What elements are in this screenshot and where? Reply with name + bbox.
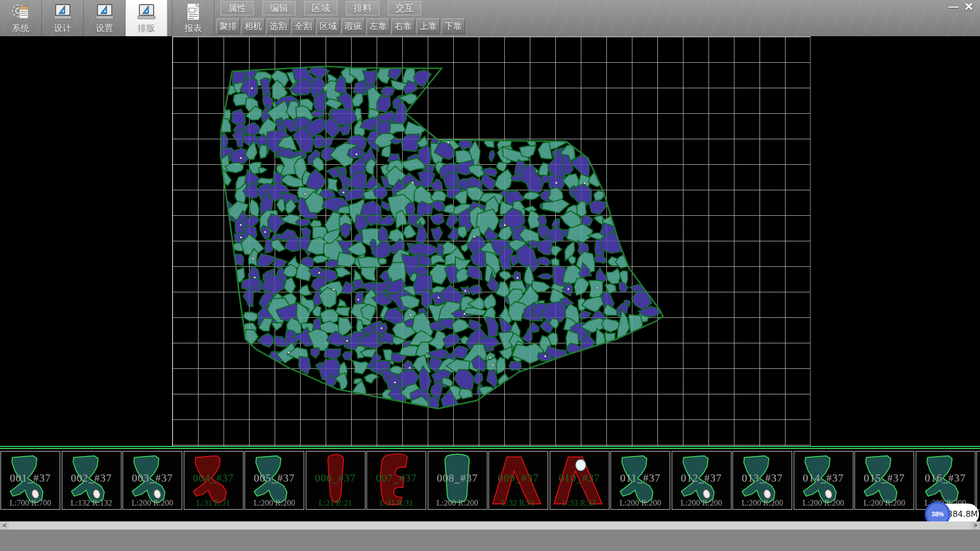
mode-button-1[interactable]: 系统 (0, 0, 42, 36)
piece-name: 007_#37 (367, 472, 426, 485)
mode-icon (183, 2, 204, 23)
strip-divider-line-1 (0, 446, 980, 447)
nesting-canvas[interactable] (172, 36, 811, 447)
mode-icon (11, 2, 31, 23)
piece-name: 017_#37 (977, 472, 980, 485)
nested-hide-graphic (173, 37, 810, 446)
strip-divider-line-2 (0, 448, 980, 449)
minimize-button[interactable]: — (946, 2, 961, 13)
piece-lr-count: L:200 R:200 (611, 498, 670, 508)
piece-lr-count: L:200 R:200 (855, 498, 914, 508)
mode-button-2[interactable]: 设计 (42, 0, 84, 36)
filmstrip-cell-5[interactable]: 005_#37 L:200 R:200 (244, 451, 304, 510)
menu-tab[interactable]: 区域 (304, 1, 337, 15)
filmstrip-cell-15[interactable]: 015_#37 L:200 R:200 (854, 451, 914, 510)
scroll-right-button[interactable]: > (971, 521, 980, 530)
tool-button[interactable]: 全割 (291, 18, 315, 34)
mode-label: 设置 (96, 23, 113, 34)
filmstrip-cell-1[interactable]: 001_#37 L:700 R:700 (1, 451, 60, 510)
piece-lr-count: L:132 R:132 (62, 498, 121, 508)
piece-name: 011_#37 (611, 472, 670, 485)
piece-lr-count: L:200 R:200 (672, 498, 731, 508)
filmstrip-cell-10[interactable]: 010_#37 L:33 R:33 (550, 451, 609, 510)
filmstrip-cell-11[interactable]: 011_#37 L:200 R:200 (610, 451, 670, 510)
filmstrip-cell-8[interactable]: 008_#37 L:200 R:200 (428, 451, 487, 510)
piece-name: 004_#37 (184, 472, 243, 485)
tool-button[interactable]: 下靠 (442, 18, 465, 34)
filmstrip-cell-7[interactable]: 007_#37 L:31 R:31 (366, 451, 426, 510)
filmstrip-cell-6[interactable]: 006_#37 L:21 R:21 (306, 451, 365, 510)
piece-lr-count: L:21 R:21 (306, 498, 365, 508)
mode-label: 报表 (185, 23, 202, 34)
tool-button[interactable]: 左靠 (366, 18, 390, 34)
piece-name: 006_#37 (306, 472, 365, 485)
piece-lr-count: L:700 R:700 (1, 498, 60, 508)
tool-button[interactable]: 瑕疵 (341, 18, 365, 34)
mode-icon (94, 2, 115, 23)
piece-name: 001_#37 (1, 472, 60, 485)
menu-tab[interactable]: 编辑 (262, 1, 296, 15)
piece-name: 008_#37 (428, 472, 487, 485)
piece-lr-count: L:31 R:31 (367, 498, 426, 508)
filmstrip-cell-17[interactable]: 017_#37 L:200 R:200 (976, 451, 980, 510)
menu-tab[interactable]: 属性 (220, 1, 254, 15)
close-button[interactable]: × (961, 1, 977, 13)
filmstrip-cell-14[interactable]: 014_#37 L:200 R:200 (794, 451, 853, 510)
piece-lr-count: L:33 R:33 (550, 498, 609, 508)
top-toolbar: 系统 设计 设置 排版 报表 属性编辑区域排料交互 聚排相机选割全割区域瑕疵左靠… (0, 0, 980, 36)
filmstrip-cell-12[interactable]: 012_#37 L:200 R:200 (672, 451, 731, 510)
piece-lr-count: L:200 R:200 (123, 498, 182, 508)
menu-tab[interactable]: 交互 (388, 1, 421, 15)
window-controls: — × (946, 1, 977, 13)
piece-name: 002_#37 (62, 472, 121, 485)
piece-name: 014_#37 (794, 472, 853, 485)
mode-label: 系统 (12, 23, 30, 34)
menu-tab-row: 属性编辑区域排料交互 (220, 1, 430, 15)
tool-button[interactable]: 右靠 (391, 18, 415, 34)
piece-lr-count: L:200 R:200 (245, 498, 304, 508)
mode-button-group: 系统 设计 设置 排版 报表 (0, 0, 214, 36)
mode-label: 排版 (138, 23, 155, 34)
piece-name: 003_#37 (123, 472, 182, 485)
piece-lr-count: L:200 R:200 (733, 498, 792, 508)
bottom-filler-bar (0, 530, 980, 551)
tool-button[interactable]: 选割 (266, 18, 290, 34)
mode-button-5[interactable]: 报表 (172, 0, 214, 36)
filmstrip-cell-4[interactable]: 004_#37 L:31 R:31 (184, 451, 243, 510)
piece-lr-count: L:200 R:200 (794, 498, 853, 508)
memory-value: 384.8M (947, 509, 978, 519)
piece-filmstrip: 001_#37 L:700 R:700 002_#37 L:132 R:132 … (0, 451, 980, 512)
tool-button[interactable]: 相机 (241, 18, 265, 34)
piece-name: 010_#37 (550, 472, 609, 485)
filmstrip-cell-3[interactable]: 003_#37 L:200 R:200 (122, 451, 182, 510)
tool-button[interactable]: 上靠 (416, 18, 440, 34)
filmstrip-cell-13[interactable]: 013_#37 L:200 R:200 (732, 451, 792, 510)
piece-lr-count: L:200 R:200 (428, 498, 487, 508)
filmstrip-cell-2[interactable]: 002_#37 L:132 R:132 (62, 451, 121, 510)
piece-name: 016_#37 (916, 472, 975, 485)
tool-button-row: 聚排相机选割全割区域瑕疵左靠右靠上靠下靠 (216, 18, 467, 34)
filmstrip-cell-16[interactable]: 016_#37 L:200 R:200 (916, 451, 975, 510)
piece-lr-count: L:31 R:31 (184, 498, 243, 508)
piece-name: 005_#37 (245, 472, 304, 485)
mode-button-4[interactable]: 排版 (126, 0, 167, 36)
tool-button[interactable]: 聚排 (216, 18, 240, 34)
mode-button-3[interactable]: 设置 (84, 0, 126, 36)
horizontal-scrollbar[interactable]: < > (0, 521, 980, 530)
filmstrip-cell-9[interactable]: 009_#37 L:32 R:31 (488, 451, 548, 510)
piece-name: 009_#37 (489, 472, 548, 485)
piece-lr-count: L:32 R:31 (489, 498, 548, 508)
scroll-left-button[interactable]: < (0, 521, 9, 530)
piece-name: 013_#37 (733, 472, 792, 485)
mode-label: 设计 (54, 23, 71, 34)
piece-name: 015_#37 (855, 472, 914, 485)
mode-icon (53, 2, 73, 23)
tool-button[interactable]: 区域 (316, 18, 340, 34)
mode-icon (136, 2, 157, 23)
menu-tab[interactable]: 排料 (346, 1, 379, 15)
app-window: 系统 设计 设置 排版 报表 属性编辑区域排料交互 聚排相机选割全割区域瑕疵左靠… (0, 0, 980, 551)
piece-name: 012_#37 (672, 472, 731, 485)
